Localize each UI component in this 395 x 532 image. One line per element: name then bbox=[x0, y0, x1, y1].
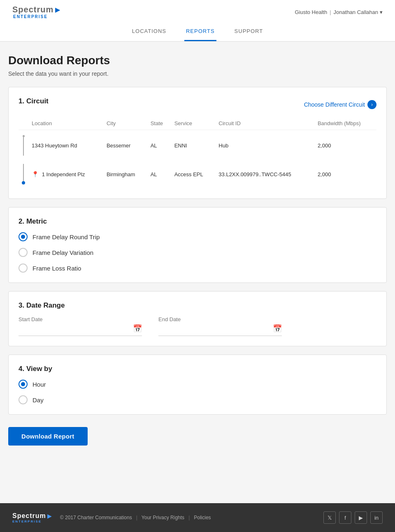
connector-cell-2 bbox=[19, 160, 28, 189]
metric-label-frame-delay-variation: Frame Delay Variation bbox=[33, 249, 93, 256]
logo-spectrum-text: Spectrum bbox=[12, 5, 53, 14]
metric-label: Metric bbox=[26, 217, 47, 225]
table-row: 📍 1 Independent Plz Birmingham AL Access… bbox=[19, 160, 376, 189]
row2-city: Birmingham bbox=[103, 160, 147, 189]
row2-location: 📍 1 Independent Plz bbox=[28, 160, 103, 189]
start-date-field: Start Date 📅 bbox=[19, 316, 142, 336]
page-subtitle: Select the data you want in your report. bbox=[8, 70, 387, 77]
end-date-input[interactable] bbox=[158, 325, 273, 332]
row1-city: Bessemer bbox=[103, 130, 147, 160]
view-by-section: 4. View by Hour Day bbox=[8, 355, 387, 415]
linkedin-icon[interactable]: in bbox=[370, 511, 383, 524]
col-location: Location bbox=[28, 119, 103, 130]
row1-bandwidth: 2,000 bbox=[314, 130, 376, 160]
youtube-icon[interactable]: ▶ bbox=[355, 511, 367, 524]
metric-option-frame-delay-round-trip[interactable]: Frame Delay Round Trip bbox=[19, 232, 376, 241]
view-by-label-hour: Hour bbox=[33, 381, 46, 388]
circuit-section-header: 1. Circuit bbox=[19, 97, 49, 105]
download-report-button[interactable]: Download Report bbox=[8, 427, 88, 446]
col-bandwidth: Bandwidth (Mbps) bbox=[314, 119, 376, 130]
date-fields: Start Date 📅 End Date 📅 bbox=[19, 316, 376, 336]
metric-number: 2. bbox=[19, 217, 24, 225]
footer-social: 𝕏 f ▶ in bbox=[323, 511, 383, 524]
header: Spectrum ▶ ENTERPRISE Giusto Health | Jo… bbox=[0, 0, 395, 42]
user-info: Giusto Health | Jonathan Callahan ▾ bbox=[295, 9, 383, 15]
footer-privacy-link[interactable]: Your Privacy Rights bbox=[142, 515, 184, 520]
user-company: Giusto Health bbox=[295, 9, 327, 15]
circuit-section: 1. Circuit Choose Different Circuit › Lo… bbox=[8, 87, 387, 199]
metric-label-frame-loss-ratio: Frame Loss Ratio bbox=[33, 265, 81, 272]
footer-logo-arrow-icon: ▶ bbox=[47, 513, 52, 519]
main-nav: LOCATIONS REPORTS SUPPORT bbox=[12, 22, 383, 41]
footer-links: © 2017 Charter Communications | Your Pri… bbox=[60, 515, 211, 520]
row2-service: Access EPL bbox=[171, 160, 216, 189]
view-by-option-hour[interactable]: Hour bbox=[19, 380, 376, 389]
table-row: 1343 Hueytown Rd Bessemer AL ENNI Hub 2,… bbox=[19, 130, 376, 160]
col-connector bbox=[19, 119, 28, 130]
nav-item-support[interactable]: SUPPORT bbox=[233, 22, 265, 41]
end-date-wrapper: 📅 bbox=[158, 324, 282, 336]
twitter-icon[interactable]: 𝕏 bbox=[323, 511, 336, 524]
col-service: Service bbox=[171, 119, 216, 130]
col-city: City bbox=[103, 119, 147, 130]
circuit-label: Circuit bbox=[26, 97, 49, 105]
end-date-label: End Date bbox=[158, 316, 282, 322]
circuit-number: 1. bbox=[19, 97, 24, 105]
col-circuit-id: Circuit ID bbox=[215, 119, 314, 130]
facebook-icon[interactable]: f bbox=[339, 511, 351, 524]
nav-item-reports[interactable]: REPORTS bbox=[184, 22, 216, 41]
view-by-number: 4. bbox=[19, 365, 24, 373]
footer-copyright: © 2017 Charter Communications bbox=[60, 515, 132, 520]
metric-section: 2. Metric Frame Delay Round Trip Frame D… bbox=[8, 207, 387, 283]
choose-circuit-text: Choose Different Circuit bbox=[304, 101, 365, 108]
choose-circuit-link[interactable]: Choose Different Circuit › bbox=[304, 100, 376, 109]
logo: Spectrum ▶ ENTERPRISE bbox=[12, 5, 60, 19]
footer-logo: Spectrum ▶ ENTERPRISE bbox=[12, 512, 52, 523]
start-date-label: Start Date bbox=[19, 316, 142, 322]
page-title: Download Reports bbox=[8, 54, 387, 67]
date-range-number: 3. bbox=[19, 301, 24, 309]
metric-option-frame-loss-ratio[interactable]: Frame Loss Ratio bbox=[19, 264, 376, 273]
connector-cell-1 bbox=[19, 130, 28, 160]
start-calendar-icon[interactable]: 📅 bbox=[133, 324, 142, 333]
row2-state: AL bbox=[147, 160, 171, 189]
start-date-wrapper: 📅 bbox=[19, 324, 142, 336]
radio-inner-hour bbox=[21, 382, 25, 386]
view-by-label-day: Day bbox=[33, 397, 44, 404]
logo-enterprise-text: ENTERPRISE bbox=[13, 14, 48, 19]
col-state: State bbox=[147, 119, 171, 130]
view-by-option-day[interactable]: Day bbox=[19, 395, 376, 404]
metric-option-frame-delay-variation[interactable]: Frame Delay Variation bbox=[19, 248, 376, 257]
row1-service: ENNI bbox=[171, 130, 216, 160]
view-by-label: View by bbox=[26, 365, 52, 373]
dropdown-icon: ▾ bbox=[380, 9, 383, 15]
metric-label-frame-delay-round-trip: Frame Delay Round Trip bbox=[33, 233, 100, 240]
metric-section-header: 2. Metric bbox=[19, 217, 376, 226]
end-calendar-icon[interactable]: 📅 bbox=[273, 324, 282, 333]
row2-bandwidth: 2,000 bbox=[314, 160, 376, 189]
footer: Spectrum ▶ ENTERPRISE © 2017 Charter Com… bbox=[0, 503, 395, 532]
row1-state: AL bbox=[147, 130, 171, 160]
row1-location: 1343 Hueytown Rd bbox=[28, 130, 103, 160]
row1-circuit-id: Hub bbox=[215, 130, 314, 160]
choose-circuit-arrow-icon: › bbox=[367, 100, 376, 109]
location-pin-icon: 📍 bbox=[32, 171, 39, 177]
metric-radio-group: Frame Delay Round Trip Frame Delay Varia… bbox=[19, 232, 376, 273]
footer-left: Spectrum ▶ ENTERPRISE © 2017 Charter Com… bbox=[12, 512, 211, 523]
view-by-radio-group: Hour Day bbox=[19, 380, 376, 404]
user-separator: | bbox=[330, 9, 331, 15]
footer-logo-enterprise: ENTERPRISE bbox=[12, 520, 42, 523]
user-name: Jonathan Callahan bbox=[334, 9, 378, 15]
nav-item-locations[interactable]: LOCATIONS bbox=[130, 22, 168, 41]
row2-circuit-id: 33.L2XX.009979..TWCC-5445 bbox=[215, 160, 314, 189]
date-range-label: Date Range bbox=[26, 301, 65, 309]
end-date-field: End Date 📅 bbox=[158, 316, 282, 336]
radio-circle-frame-delay-round-trip bbox=[19, 232, 28, 241]
view-by-section-header: 4. View by bbox=[19, 365, 376, 373]
footer-policies-link[interactable]: Policies bbox=[194, 515, 211, 520]
radio-circle-frame-delay-variation bbox=[19, 248, 28, 257]
footer-logo-text: Spectrum bbox=[12, 512, 46, 520]
user-dropdown[interactable]: Jonathan Callahan ▾ bbox=[334, 9, 383, 15]
start-date-input[interactable] bbox=[19, 325, 133, 332]
radio-inner-selected bbox=[21, 235, 25, 239]
